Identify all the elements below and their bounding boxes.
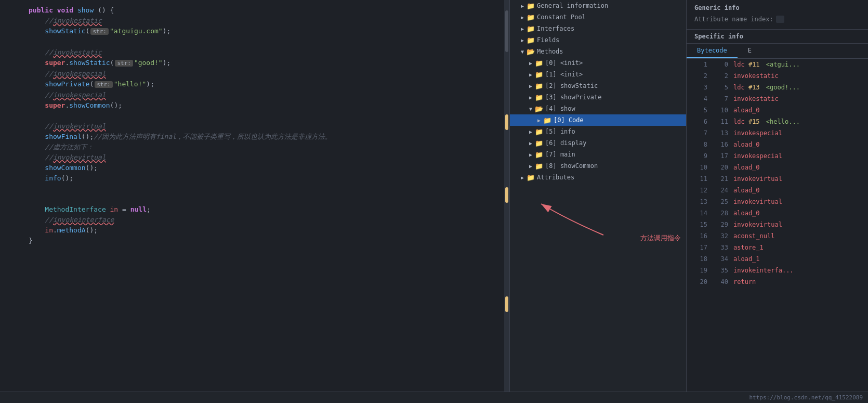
comment-invokestatic2: //invokestatic <box>29 48 102 56</box>
tree-arrow-init1[interactable] <box>527 70 535 79</box>
bytecode-row-5: 5 10 aload_0 <box>687 105 868 116</box>
str-badge2: str: <box>115 60 133 67</box>
tree-item-init1[interactable]: 📁 [1] <init> <box>510 69 686 80</box>
code-line-17: info(); <box>0 173 504 184</box>
bc-linenum: 3 <box>692 84 707 91</box>
scrollbar-thumb[interactable] <box>505 10 508 52</box>
annotation-container: 方法调用指令 <box>510 193 686 245</box>
bc-linenum: 4 <box>692 95 707 102</box>
tree-label-init0: [0] <init> <box>545 59 583 67</box>
code-content: showPrivate(str:"hello!"); <box>29 79 499 90</box>
method-showStatic: showStatic <box>45 27 85 35</box>
code-line-empty4 <box>0 194 504 204</box>
bc-linenum: 16 <box>692 232 707 240</box>
tree-item-showStatic[interactable]: 📁 [2] showStatic <box>510 80 686 92</box>
tree-item-info[interactable]: 📁 [5] info <box>510 126 686 137</box>
bc-instr: invokespecial <box>733 129 863 137</box>
specific-info-title: Specific info <box>694 33 743 40</box>
bc-linenum: 9 <box>692 152 707 160</box>
tree-arrow-attributes[interactable] <box>518 173 527 181</box>
tree-arrow-init0[interactable] <box>527 59 535 67</box>
tree-arrow-general[interactable] <box>518 2 527 10</box>
folder-icon-interfaces: 📁 <box>527 24 535 33</box>
tree-item-showCommon[interactable]: 📁 [8] showCommon <box>510 160 686 172</box>
tree-arrow-display[interactable] <box>527 139 535 147</box>
tree-item-attributes[interactable]: 📁 Attributes <box>510 172 686 183</box>
code-line-22: in.methodA(); <box>0 225 504 236</box>
code-content: //invokevirtual <box>29 152 499 163</box>
red-arrow-svg <box>525 193 629 245</box>
str-value3: "hello!" <box>114 80 147 88</box>
method-showPrivate: showPrivate <box>45 80 89 88</box>
tree-label-methods: Methods <box>537 48 563 55</box>
bc-offset: 40 <box>713 278 728 285</box>
bytecode-row-12: 12 24 aload_0 <box>687 185 868 196</box>
code-content: info(); <box>29 173 499 184</box>
tree-item-code[interactable]: 📁 [0] Code <box>510 114 686 126</box>
folder-icon-display: 📁 <box>535 139 543 147</box>
tab-e[interactable]: E <box>738 44 762 58</box>
tree-label-show: [4] show <box>545 105 575 112</box>
bytecode-row-3: 3 5 ldc #13 <good!... <box>687 82 868 93</box>
tree-arrow-showCommon[interactable] <box>527 162 535 170</box>
tab-bytecode[interactable]: Bytecode <box>687 44 738 58</box>
tree-item-fields[interactable]: 📁 Fields <box>510 34 686 46</box>
folder-icon-attributes: 📁 <box>527 173 535 181</box>
tree-arrow-constant-pool[interactable] <box>518 13 527 21</box>
tree-item-general[interactable]: 📁 General information <box>510 0 686 11</box>
right-panel: Generic info Attribute name index: Speci… <box>686 0 868 403</box>
scrollbar-thumb3[interactable] <box>505 187 508 203</box>
tree-arrow-show[interactable] <box>527 105 535 113</box>
vertical-scrollbar[interactable] <box>504 0 509 403</box>
scrollbar-thumb4[interactable] <box>505 296 508 312</box>
tree-arrow-main[interactable] <box>527 150 535 159</box>
bc-instr: invokeinterfa... <box>733 267 863 274</box>
method-showCommon-super: showCommon <box>69 101 110 109</box>
code-line-empty <box>0 37 504 47</box>
tree-label-showStatic: [2] showStatic <box>545 82 598 89</box>
code-content: public void show () { <box>29 5 499 16</box>
tree-label-showCommon: [8] showCommon <box>545 162 598 170</box>
tree-item-interfaces[interactable]: 📁 Interfaces <box>510 23 686 34</box>
bc-instr: astore_1 <box>733 244 863 251</box>
bc-linenum: 15 <box>692 221 707 228</box>
tree-label-code: [0] Code <box>554 116 584 124</box>
bc-offset: 2 <box>713 72 728 80</box>
code-line-9: //invokespecial <box>0 90 504 100</box>
tree-item-showPrivate[interactable]: 📁 [3] showPrivate <box>510 92 686 103</box>
tree-arrow-methods[interactable] <box>518 47 527 56</box>
code-content: MethodInterface in = null; <box>29 204 499 215</box>
code-content: //invokestatic <box>29 47 499 58</box>
tree-arrow-fields[interactable] <box>518 36 527 44</box>
bc-offset: 0 <box>713 61 728 68</box>
bytecode-row-7: 7 13 invokespecial <box>687 127 868 139</box>
tree-panel: 📁 General information 📁 Constant Pool 📁 … <box>509 0 686 403</box>
tree-item-display[interactable]: 📁 [6] display <box>510 137 686 149</box>
tree-item-show[interactable]: 📂 [4] show <box>510 103 686 114</box>
tree-scroll[interactable]: 📁 General information 📁 Constant Pool 📁 … <box>510 0 686 403</box>
bytecode-table[interactable]: 1 0 ldc #11 <atgui... 2 2 invokestatic 3… <box>687 59 868 403</box>
tree-arrow-showPrivate[interactable] <box>527 93 535 101</box>
code-content: super.showStatic(str:"good!"); <box>29 58 499 69</box>
code-content: super.showCommon(); <box>29 100 499 111</box>
tree-arrow-interfaces[interactable] <box>518 24 527 33</box>
tree-item-init0[interactable]: 📁 [0] <init> <box>510 57 686 69</box>
code-line-14: //虚方法如下： <box>0 142 504 152</box>
bytecode-row-6: 6 11 ldc #15 <hello... <box>687 116 868 127</box>
folder-icon-init1: 📁 <box>535 70 543 79</box>
bottom-bar: https://blog.csdn.net/qq_41522089 <box>686 392 868 403</box>
tree-item-methods[interactable]: 📂 Methods <box>510 46 686 57</box>
tree-arrow-showStatic[interactable] <box>527 82 535 90</box>
bc-instr: invokespecial <box>733 152 863 160</box>
bc-offset: 7 <box>713 95 728 102</box>
tree-item-constant-pool[interactable]: 📁 Constant Pool <box>510 11 686 23</box>
folder-icon-constant-pool: 📁 <box>527 13 535 21</box>
bytecode-row-19: 19 35 invokeinterfa... <box>687 265 868 276</box>
tree-arrow-code[interactable] <box>535 116 543 124</box>
str-badge: str: <box>90 28 109 35</box>
tree-item-main[interactable]: 📁 [7] main <box>510 149 686 160</box>
tree-arrow-info[interactable] <box>527 127 535 136</box>
code-content: //invokespecial <box>29 69 499 79</box>
scrollbar-thumb2[interactable] <box>505 114 508 130</box>
tree-label-init1: [1] <init> <box>545 71 583 78</box>
